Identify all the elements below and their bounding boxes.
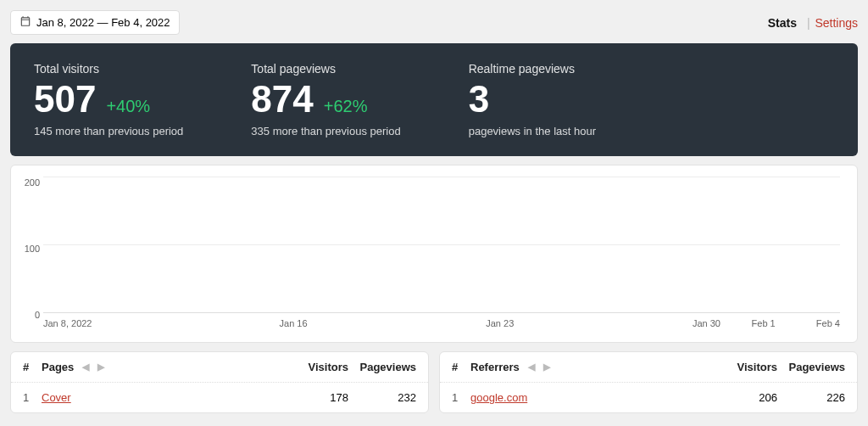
metric-subtext: 335 more than previous period xyxy=(251,125,400,137)
metric-label: Realtime pageviews xyxy=(469,62,596,76)
cell-visitors: 206 xyxy=(709,391,777,404)
table-row: 1 google.com 206 226 xyxy=(440,383,857,412)
x-tick-label: Feb 4 xyxy=(816,318,840,328)
column-referrers: Referrers xyxy=(470,361,520,373)
column-pageviews: Pageviews xyxy=(777,361,845,373)
cell-visitors: 178 xyxy=(281,391,348,404)
metric-value: 3 xyxy=(469,79,489,120)
cell-rank: 1 xyxy=(23,391,42,404)
prev-arrow-icon[interactable]: ◀ xyxy=(82,362,89,373)
column-visitors: Visitors xyxy=(281,361,348,373)
column-visitors: Visitors xyxy=(709,361,777,373)
metric-subtext: 145 more than previous period xyxy=(34,125,183,137)
prev-arrow-icon[interactable]: ◀ xyxy=(528,362,535,373)
metric-label: Total visitors xyxy=(34,62,183,76)
table-row: 1 Cover 178 232 xyxy=(11,383,428,412)
next-arrow-icon[interactable]: ▶ xyxy=(97,362,104,373)
metric-delta: +40% xyxy=(106,97,150,116)
next-arrow-icon[interactable]: ▶ xyxy=(543,362,550,373)
nav-stats[interactable]: Stats xyxy=(768,16,797,30)
referrers-table: # Referrers ◀ ▶ Visitors Pageviews 1 goo… xyxy=(439,351,858,413)
metric-delta: +62% xyxy=(324,97,368,116)
cell-pageviews: 232 xyxy=(348,391,416,404)
x-tick-label: Jan 23 xyxy=(486,318,514,328)
column-pages: Pages xyxy=(42,361,74,373)
calendar-icon xyxy=(19,15,31,30)
y-tick-label: 200 xyxy=(16,177,40,188)
pages-table: # Pages ◀ ▶ Visitors Pageviews 1 Cover 1… xyxy=(10,351,429,413)
metric-label: Total pageviews xyxy=(251,62,400,76)
cell-rank: 1 xyxy=(452,391,470,404)
pageviews-chart: 2001000 Jan 8, 2022Jan 16Jan 23Jan 30Feb… xyxy=(10,165,858,343)
metric-total-pageviews: Total pageviews 874 +62% 335 more than p… xyxy=(251,62,400,137)
referrer-link[interactable]: google.com xyxy=(470,391,527,404)
metric-value: 507 xyxy=(34,79,96,120)
nav-separator: | xyxy=(807,16,810,30)
metric-realtime-pageviews: Realtime pageviews 3 pageviews in the la… xyxy=(469,62,596,137)
column-pageviews: Pageviews xyxy=(348,361,416,373)
metric-value: 874 xyxy=(251,79,313,120)
y-tick-label: 0 xyxy=(16,310,40,320)
x-tick-label: Jan 30 xyxy=(693,318,721,328)
y-tick-label: 100 xyxy=(16,244,40,254)
nav-settings[interactable]: Settings xyxy=(815,16,858,30)
metric-subtext: pageviews in the last hour xyxy=(469,125,596,137)
x-tick-label: Jan 16 xyxy=(280,318,308,328)
column-rank: # xyxy=(452,361,470,373)
cell-pageviews: 226 xyxy=(777,391,845,404)
metric-total-visitors: Total visitors 507 +40% 145 more than pr… xyxy=(34,62,183,137)
x-tick-label: Feb 1 xyxy=(752,318,776,328)
metrics-summary: Total visitors 507 +40% 145 more than pr… xyxy=(10,43,858,156)
date-range-text: Jan 8, 2022 — Feb 4, 2022 xyxy=(36,16,170,29)
x-tick-label: Jan 8, 2022 xyxy=(43,318,92,328)
column-rank: # xyxy=(23,361,42,373)
page-link[interactable]: Cover xyxy=(42,391,71,404)
date-range-picker[interactable]: Jan 8, 2022 — Feb 4, 2022 xyxy=(10,10,180,35)
